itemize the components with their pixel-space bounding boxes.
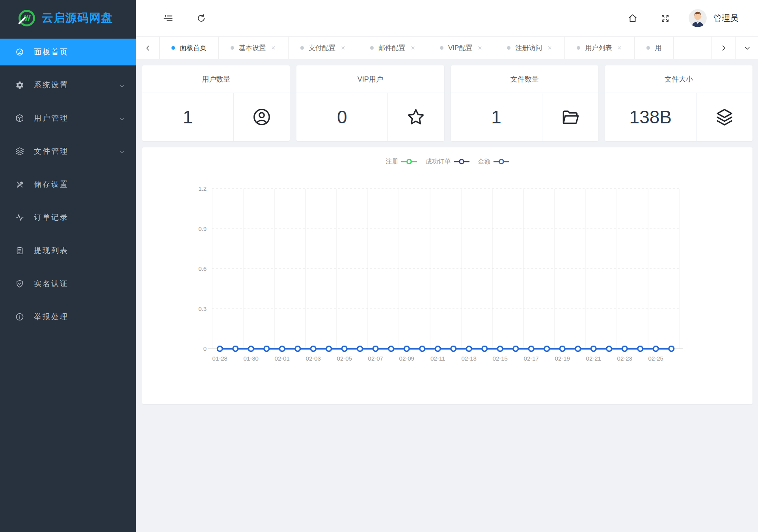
close-icon[interactable]: [340, 45, 346, 51]
sidebar-item-label: 提现列表: [34, 246, 69, 256]
close-icon[interactable]: [616, 45, 622, 51]
sidebar-menu: 面板首页系统设置用户管理文件管理储存设置订单记录提现列表实名认证举报处理: [0, 36, 136, 330]
tab-payment-config[interactable]: 支付配置: [289, 37, 358, 59]
sidebar-item-label: 系统设置: [34, 80, 69, 90]
refresh-button[interactable]: [196, 13, 206, 23]
sidebar-item-order-records[interactable]: 订单记录: [0, 204, 136, 231]
close-icon[interactable]: [477, 45, 483, 51]
chevron-down-icon: [119, 82, 125, 88]
stat-title: 文件大小: [605, 65, 752, 93]
stats-row: 用户数量1VIP用户0文件数量1文件大小138B: [142, 65, 752, 141]
avatar: [689, 9, 707, 27]
tab-partial-tab[interactable]: 用: [635, 37, 674, 59]
sidebar-item-label: 订单记录: [34, 212, 69, 223]
tabs-scroll-right-button[interactable]: [711, 37, 735, 59]
cube-icon: [15, 114, 24, 123]
svg-text:01-30: 01-30: [244, 355, 259, 362]
layers-icon: [15, 147, 24, 156]
tab-status-dot: [440, 46, 443, 50]
legend-item-amount[interactable]: 金额: [478, 158, 509, 166]
legend-item-register[interactable]: 注册: [386, 158, 417, 166]
logo-icon: [18, 9, 35, 27]
stat-card-file-size: 文件大小138B: [605, 65, 752, 141]
sidebar-item-storage-settings[interactable]: 储存设置: [0, 171, 136, 198]
logo[interactable]: 云启源码网盘: [0, 0, 136, 36]
activity-icon: [15, 213, 24, 222]
user-menu[interactable]: 管理员: [689, 9, 738, 27]
svg-text:02-25: 02-25: [648, 355, 663, 362]
tab-status-dot: [300, 46, 304, 50]
tab-label: 注册访问: [515, 43, 542, 52]
legend-item-success-orders[interactable]: 成功订单: [426, 158, 469, 166]
sidebar-item-report-handling[interactable]: 举报处理: [0, 303, 136, 330]
collapse-icon: [163, 13, 173, 24]
trend-chart[interactable]: 00.30.60.91.201-2801-3002-0102-0302-0502…: [142, 172, 752, 400]
stack-icon: [697, 93, 752, 141]
legend-marker: [401, 158, 417, 165]
sidebar-item-dashboard-home[interactable]: 面板首页: [0, 39, 136, 65]
sidebar-item-label: 实名认证: [34, 279, 69, 289]
tab-register-access[interactable]: 注册访问: [495, 37, 565, 59]
svg-text:02-11: 02-11: [430, 355, 445, 362]
svg-text:02-19: 02-19: [555, 355, 570, 362]
close-icon[interactable]: [270, 45, 276, 51]
tab-status-dot: [646, 46, 650, 50]
tab-user-list[interactable]: 用户列表: [565, 37, 635, 59]
user-circle-icon: [234, 93, 290, 141]
tab-status-dot: [507, 46, 510, 50]
tab-vip-config[interactable]: VIP配置: [428, 37, 495, 59]
gauge-icon: [15, 48, 24, 56]
close-icon[interactable]: [410, 45, 416, 51]
close-icon[interactable]: [547, 45, 553, 51]
sidebar-item-withdrawal-list[interactable]: 提现列表: [0, 237, 136, 264]
user-circle-icon: [252, 108, 271, 126]
refresh-icon: [196, 13, 206, 23]
tabs-scroll-left-button[interactable]: [136, 37, 160, 59]
collapse-sidebar-button[interactable]: [163, 13, 173, 24]
tabs-menu-button[interactable]: [735, 37, 758, 59]
sidebar-item-label: 举报处理: [34, 312, 69, 322]
legend-label: 成功订单: [426, 158, 451, 166]
tab-basic-settings[interactable]: 基本设置: [219, 37, 289, 59]
tab-mail-config[interactable]: 邮件配置: [358, 37, 428, 59]
home-button[interactable]: [628, 13, 638, 23]
svg-text:02-07: 02-07: [368, 355, 383, 362]
gear-icon: [15, 81, 24, 89]
svg-text:01-28: 01-28: [212, 355, 227, 362]
admin-dashboard: 云启源码网盘 面板首页系统设置用户管理文件管理储存设置订单记录提现列表实名认证举…: [0, 0, 758, 532]
svg-text:02-13: 02-13: [462, 355, 477, 362]
tab-bar: 面板首页基本设置支付配置邮件配置VIP配置注册访问用户列表用: [136, 36, 758, 59]
svg-text:02-05: 02-05: [337, 355, 352, 362]
folder-icon: [561, 108, 580, 126]
stat-value: 0: [337, 106, 347, 128]
user-name: 管理员: [713, 13, 738, 24]
sidebar-item-user-management[interactable]: 用户管理: [0, 105, 136, 132]
sidebar: 云启源码网盘 面板首页系统设置用户管理文件管理储存设置订单记录提现列表实名认证举…: [0, 0, 136, 532]
stack-icon: [715, 108, 734, 126]
fullscreen-button[interactable]: [661, 14, 670, 23]
chevron-down-icon: [119, 149, 125, 155]
legend-marker: [494, 158, 509, 165]
line-chart-svg: 00.30.60.91.201-2801-3002-0102-0302-0502…: [142, 172, 752, 400]
tab-dashboard[interactable]: 面板首页: [160, 37, 219, 59]
svg-text:02-21: 02-21: [586, 355, 601, 362]
chevron-left-icon: [144, 44, 152, 52]
layers-icon: [15, 147, 24, 156]
sidebar-item-label: 文件管理: [34, 146, 69, 156]
sidebar-item-system-settings[interactable]: 系统设置: [0, 72, 136, 99]
tab-label: 支付配置: [309, 43, 335, 52]
close-icon: [477, 45, 483, 51]
sidebar-item-file-management[interactable]: 文件管理: [0, 138, 136, 165]
cube-icon: [15, 114, 24, 123]
chevron-down-icon: [119, 83, 125, 89]
tab-label: 邮件配置: [378, 43, 405, 52]
stat-value: 1: [183, 106, 193, 128]
svg-text:0.9: 0.9: [198, 225, 207, 232]
close-icon: [270, 45, 276, 51]
stat-title: 用户数量: [142, 65, 290, 93]
info-icon: [15, 313, 24, 321]
gear-icon: [15, 81, 24, 89]
stat-title: VIP用户: [296, 65, 444, 93]
tab-status-dot: [171, 46, 175, 50]
sidebar-item-real-name-auth[interactable]: 实名认证: [0, 270, 136, 297]
